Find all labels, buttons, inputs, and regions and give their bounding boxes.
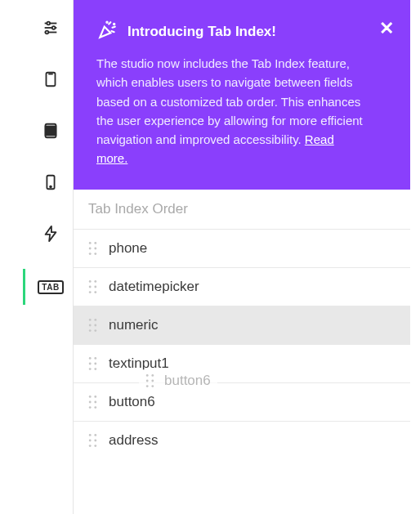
- list-item-label: textinput1: [109, 355, 169, 372]
- svg-point-16: [114, 24, 114, 25]
- svg-point-45: [89, 406, 92, 409]
- svg-point-19: [89, 247, 92, 249]
- svg-point-25: [89, 285, 92, 288]
- svg-point-27: [89, 291, 92, 293]
- svg-point-36: [94, 356, 96, 359]
- device-tablet-icon: [42, 122, 60, 143]
- list-item[interactable]: address: [74, 421, 410, 459]
- svg-point-47: [89, 433, 92, 436]
- svg-point-50: [94, 439, 96, 441]
- list-item-label: phone: [109, 240, 147, 257]
- svg-point-3: [52, 26, 56, 29]
- list-item-label: numeric: [109, 317, 158, 333]
- svg-point-40: [94, 368, 96, 370]
- svg-point-21: [89, 253, 92, 255]
- sidebar-item-lightning[interactable]: [39, 224, 62, 247]
- sliders-icon: [42, 19, 60, 40]
- svg-point-38: [94, 362, 96, 364]
- svg-point-42: [94, 395, 96, 397]
- tab-order-list: phone datetimepicker numeric textinput1 …: [74, 229, 410, 459]
- list-item-label: address: [109, 432, 158, 449]
- drag-handle-icon[interactable]: [88, 318, 97, 333]
- tab-index-icon: TAB: [38, 280, 63, 294]
- svg-line-14: [111, 31, 114, 32]
- svg-point-41: [89, 395, 92, 397]
- svg-point-46: [94, 406, 96, 409]
- svg-point-11: [50, 186, 51, 188]
- list-item[interactable]: numeric: [74, 306, 410, 344]
- svg-point-20: [94, 247, 96, 249]
- svg-point-1: [47, 22, 50, 25]
- svg-point-37: [89, 362, 92, 364]
- svg-point-32: [94, 324, 96, 326]
- device-portrait-icon: [42, 70, 60, 92]
- sidebar-item-device-mobile[interactable]: [39, 172, 62, 195]
- svg-point-44: [94, 400, 96, 403]
- svg-point-51: [89, 445, 92, 447]
- svg-point-48: [94, 433, 96, 436]
- sidebar-item-device-portrait[interactable]: [39, 69, 62, 92]
- svg-point-5: [46, 31, 49, 34]
- svg-point-34: [94, 329, 96, 332]
- list-item[interactable]: textinput1: [74, 344, 410, 382]
- list-item-label: button6: [109, 394, 155, 410]
- banner-body: The studio now includes the Tab Index fe…: [96, 54, 368, 168]
- list-item[interactable]: button6: [74, 382, 410, 421]
- svg-point-18: [94, 241, 96, 244]
- drag-handle-icon[interactable]: [88, 241, 97, 256]
- list-item[interactable]: datetimepicker: [74, 267, 410, 306]
- svg-point-28: [94, 291, 96, 293]
- svg-point-52: [94, 445, 96, 447]
- svg-line-13: [113, 27, 115, 28]
- list-item[interactable]: phone: [74, 229, 410, 267]
- svg-point-24: [94, 279, 96, 282]
- svg-point-29: [89, 318, 92, 320]
- confetti-icon: [96, 20, 118, 44]
- drag-handle-icon[interactable]: [88, 279, 97, 294]
- svg-line-12: [109, 22, 110, 24]
- svg-point-35: [89, 356, 92, 359]
- section-header: Tab Index Order: [74, 190, 410, 229]
- svg-point-30: [94, 318, 96, 320]
- banner-header: Introducing Tab Index!: [96, 20, 368, 44]
- svg-point-31: [89, 324, 92, 326]
- list-item-label: datetimepicker: [109, 279, 199, 295]
- svg-point-49: [89, 439, 92, 441]
- drag-handle-icon[interactable]: [88, 395, 97, 409]
- intro-banner: ✕ Introducing Tab Index! The studio now …: [74, 0, 410, 190]
- lightning-icon: [42, 225, 60, 246]
- sidebar-item-device-tablet[interactable]: [39, 121, 62, 144]
- svg-point-33: [89, 329, 92, 332]
- main-panel: ✕ Introducing Tab Index! The studio now …: [74, 0, 410, 514]
- svg-point-17: [89, 241, 92, 244]
- banner-title: Introducing Tab Index!: [127, 24, 276, 40]
- close-icon[interactable]: ✕: [379, 20, 394, 38]
- svg-point-26: [94, 285, 96, 288]
- sidebar: TAB: [29, 0, 74, 514]
- drag-handle-icon[interactable]: [88, 433, 97, 448]
- svg-point-22: [94, 253, 96, 255]
- drag-handle-icon[interactable]: [88, 356, 97, 371]
- svg-point-39: [89, 368, 92, 370]
- device-mobile-icon: [42, 173, 60, 194]
- svg-rect-9: [46, 127, 56, 136]
- svg-point-43: [89, 400, 92, 403]
- sidebar-item-tab-index[interactable]: TAB: [39, 275, 62, 298]
- svg-point-23: [89, 279, 92, 282]
- sidebar-item-settings[interactable]: [39, 18, 62, 41]
- svg-point-15: [106, 22, 107, 23]
